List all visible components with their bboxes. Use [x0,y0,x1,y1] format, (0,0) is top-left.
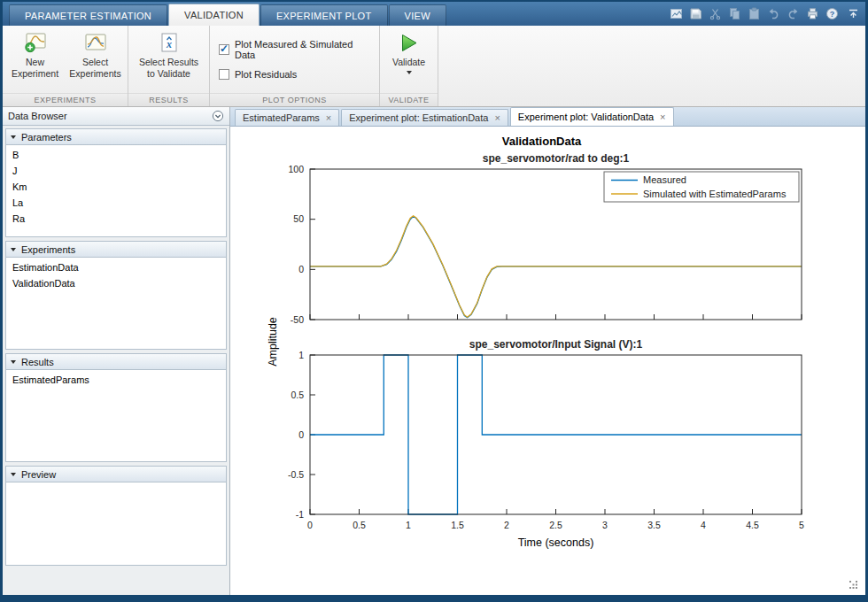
doc-tab-label: Experiment plot: EstimationData [349,112,488,123]
preview-box [5,482,227,566]
results-list: EstimatedParams [5,370,227,462]
tab-parameter-estimation[interactable]: PARAMETER ESTIMATION [9,4,167,26]
section-header-preview[interactable]: Preview [5,466,227,482]
panel-menu-icon[interactable] [212,110,224,122]
section-label-plot-options: PLOT OPTIONS [210,93,379,106]
undo-icon[interactable] [764,4,782,22]
list-item[interactable]: La [6,195,226,211]
preview-section: Preview [5,466,227,566]
ribbon-section-results: x Select Results to Validate RESULTS [128,26,210,106]
plot-residuals-checkbox[interactable]: Plot Residuals [219,69,297,80]
section-label-validate: VALIDATE [380,93,438,106]
tab-view[interactable]: VIEW [389,4,446,26]
svg-text:5: 5 [799,520,804,530]
collapse-triangle-icon [11,360,16,364]
checkbox-icon[interactable] [219,69,229,80]
section-header-parameters[interactable]: Parameters [5,128,227,145]
list-item[interactable]: EstimatedParams [6,372,226,388]
svg-text:1: 1 [298,350,304,360]
button-label: New Experiment [12,57,58,80]
svg-text:0.5: 0.5 [291,390,304,400]
ribbon-section-experiments: New Experiment Select Experiments EXPERI… [3,26,128,106]
button-label: Select Experiments [69,57,120,80]
resize-grip[interactable] [849,581,858,590]
doc-tab-estimatedparams[interactable]: EstimatedParams × [235,109,339,126]
close-icon[interactable]: × [660,112,665,122]
svg-text:?: ? [829,9,834,18]
list-item[interactable]: Ra [6,211,226,227]
svg-text:-0.5: -0.5 [288,469,304,480]
tab-experiment-plot[interactable]: EXPERIMENT PLOT [260,4,388,26]
help-icon[interactable]: ? [823,4,841,22]
svg-text:-1: -1 [296,509,304,520]
tab-label: EXPERIMENT PLOT [276,11,372,21]
svg-text:0: 0 [307,520,313,530]
chart-input-signal: spe_servomotor/Input Signal (V):1-1-0.50… [269,337,814,555]
list-item[interactable]: ValidationData [6,275,226,291]
plot-measured-simulated-checkbox[interactable]: Plot Measured & Simulated Data [219,39,370,60]
select-experiments-icon [84,33,107,53]
doc-tab-experiment-plot-validationdata[interactable]: Experiment plot: ValidationData × [510,107,674,126]
section-header-experiments[interactable]: Experiments [5,241,227,258]
select-experiments-button[interactable]: Select Experiments [66,28,125,80]
close-icon[interactable]: × [494,113,500,123]
data-browser-title: Data Browser [8,111,67,121]
parameters-list: BJKmLaRa [5,145,227,237]
main-area: Data Browser Parameters BJKmLaRa Expe [3,107,865,595]
svg-text:Simulated with EstimatedParams: Simulated with EstimatedParams [643,189,787,199]
list-item[interactable]: Km [6,179,226,195]
new-experiment-button[interactable]: New Experiment [6,28,65,80]
new-experiment-icon [24,33,47,53]
ribbon-section-plot-options: Plot Measured & Simulated Data Plot Resi… [210,26,380,106]
tab-validation[interactable]: VALIDATION [168,4,260,26]
cut-icon[interactable] [706,4,724,22]
svg-text:Time (seconds): Time (seconds) [518,536,594,549]
validate-button[interactable]: Validate [384,28,435,74]
document-area: EstimatedParams × Experiment plot: Estim… [230,107,865,595]
checkbox-label: Plot Residuals [235,69,297,80]
button-label: Select Results to Validate [139,57,198,80]
figure-area: ValidationData Amplitude spe_servomotor/… [230,127,865,595]
redo-icon[interactable] [784,4,802,22]
collapse-triangle-icon [11,135,16,139]
figure-title: ValidationData [269,135,814,148]
svg-text:0: 0 [298,264,304,274]
dropdown-caret-icon [407,71,412,74]
svg-text:0.5: 0.5 [353,520,366,530]
svg-text:1.5: 1.5 [451,520,464,530]
tab-label: VALIDATION [184,10,244,20]
select-results-button[interactable]: x Select Results to Validate [132,28,206,80]
snapshot-icon[interactable] [667,4,685,22]
svg-text:Measured: Measured [643,174,686,185]
collapse-ribbon-icon[interactable] [844,4,862,22]
svg-text:spe_servomotor/rad to deg:1: spe_servomotor/rad to deg:1 [483,152,630,165]
section-label: Experiments [21,244,75,255]
doc-tab-experiment-plot-estimationdata[interactable]: Experiment plot: EstimationData × [341,109,508,126]
ribbon: New Experiment Select Experiments EXPERI… [3,26,865,107]
save-icon[interactable] [686,4,704,22]
checkbox-label: Plot Measured & Simulated Data [235,39,370,60]
list-item[interactable]: J [6,163,226,179]
ribbon-tab-bar: PARAMETER ESTIMATION VALIDATION EXPERIME… [3,2,865,26]
svg-text:2: 2 [504,520,509,530]
print-icon[interactable] [803,4,821,22]
section-label: Results [21,357,54,367]
parameters-section: Parameters BJKmLaRa [5,128,227,237]
list-item[interactable]: B [6,147,226,163]
svg-text:4: 4 [701,520,706,530]
list-item[interactable]: EstimationData [6,259,226,275]
copy-icon[interactable] [725,4,743,22]
chart-rad-to-deg: spe_servomotor/rad to deg:1-50050100Meas… [269,151,814,330]
data-browser-body: Parameters BJKmLaRa Experiments Estimati… [3,126,229,595]
tab-label: PARAMETER ESTIMATION [25,11,151,21]
paste-icon[interactable] [745,4,763,22]
experiments-list: EstimationDataValidationData [5,258,227,350]
svg-text:0: 0 [298,429,304,440]
checkbox-icon[interactable] [219,44,229,55]
svg-text:-50: -50 [291,314,304,325]
collapse-triangle-icon [11,473,16,476]
svg-text:3.5: 3.5 [647,520,661,530]
svg-text:2.5: 2.5 [549,520,562,530]
section-header-results[interactable]: Results [5,353,227,370]
close-icon[interactable]: × [326,113,331,123]
